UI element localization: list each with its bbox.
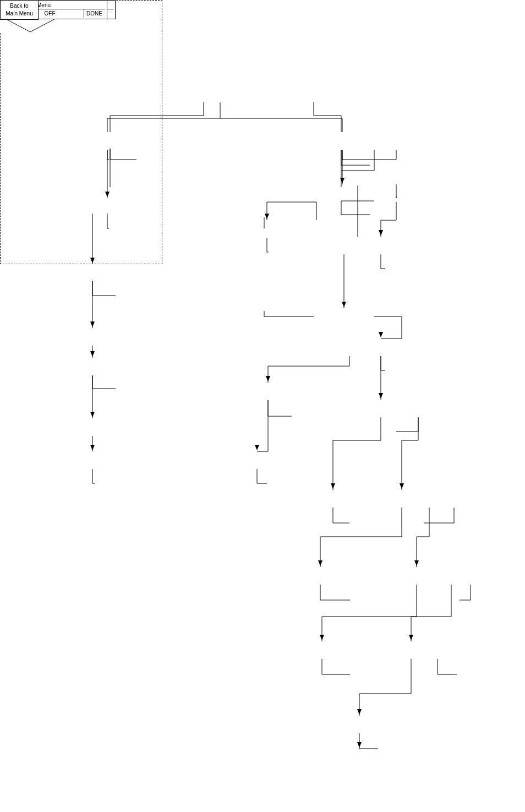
svg-marker-131 [318, 560, 322, 566]
svg-marker-120 [90, 445, 95, 450]
svg-marker-118 [90, 351, 95, 357]
svg-marker-124 [342, 302, 346, 307]
damp-sel-done-btn: DONE [84, 9, 105, 18]
svg-marker-130 [400, 483, 404, 489]
svg-marker-122 [265, 214, 269, 219]
svg-marker-135 [357, 709, 362, 715]
svg-marker-123 [379, 230, 383, 236]
back-main-18-label: Back toMain Menu [6, 3, 32, 17]
svg-marker-132 [414, 560, 419, 566]
svg-marker-136 [357, 742, 362, 748]
svg-marker-126 [266, 376, 270, 382]
svg-marker-128 [379, 393, 383, 399]
dashed-section [0, 0, 162, 264]
svg-marker-119 [90, 412, 95, 417]
back-main-18: Back toMain Menu [0, 0, 39, 20]
svg-marker-117 [90, 321, 95, 327]
svg-marker-121 [340, 178, 344, 183]
svg-marker-133 [320, 635, 324, 640]
flow-diagram: Main Menu CONFIG DISPLAY MORE Parameter … [0, 0, 525, 812]
svg-marker-134 [409, 635, 413, 640]
svg-marker-125 [379, 332, 383, 337]
svg-marker-129 [331, 483, 335, 489]
svg-marker-127 [255, 445, 259, 450]
